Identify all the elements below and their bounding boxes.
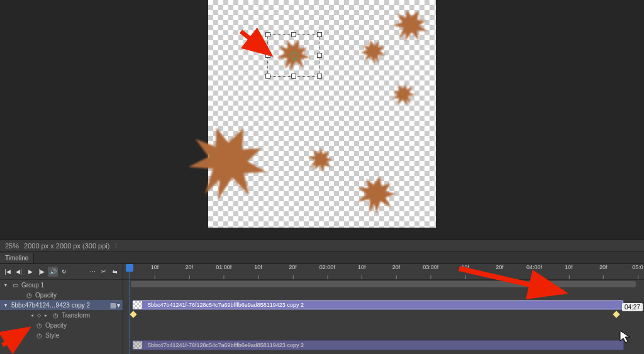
leaf-large bbox=[183, 119, 271, 207]
playback-controls: |◀ ◀| ▶ |▶ 🔊 ↻ ⋯ ✂ ⇆ bbox=[0, 264, 123, 280]
caret-down-icon[interactable]: ▾ bbox=[3, 282, 9, 288]
svg-line-0 bbox=[241, 31, 270, 54]
caret-down-icon[interactable]: ▾ bbox=[3, 302, 9, 308]
ruler-tick: 10f bbox=[565, 264, 573, 279]
layer-row-selected[interactable]: ▾ 5bbc47b4124…9423 copy 2 ▤ ▾ bbox=[0, 300, 123, 310]
ruler-tick: 01:00f bbox=[216, 264, 231, 279]
canvas-area[interactable] bbox=[0, 0, 644, 240]
ruler-tick: 10f bbox=[358, 264, 366, 279]
time-ruler[interactable]: 10f20f01:00f10f20f02:00f10f20f03:00f10f2… bbox=[123, 264, 644, 280]
keyframe-diamond-icon[interactable] bbox=[130, 311, 136, 318]
prev-frame-button[interactable]: ◀| bbox=[14, 267, 24, 277]
clip-label: 5bbc47b41241f-76f128c54c7a69bfffb6e9ad85… bbox=[148, 342, 304, 348]
group-row[interactable]: ▾ ▭ Group 1 bbox=[0, 280, 123, 290]
options-button[interactable]: ⋯ bbox=[87, 267, 97, 277]
ruler-tick: 20f bbox=[599, 264, 608, 279]
stopwatch-icon[interactable]: ◷ bbox=[52, 312, 59, 319]
tab-timeline[interactable]: Timeline bbox=[0, 253, 34, 263]
clip-track[interactable]: 5bbc47b41241f-76f128c54c7a69bfffb6e9ad85… bbox=[123, 299, 644, 309]
stopwatch-icon[interactable]: ◷ bbox=[35, 332, 43, 339]
zoom-level[interactable]: 25% bbox=[5, 240, 19, 252]
clip-thumbnail bbox=[133, 301, 142, 309]
timeline-layer-column: |◀ ◀| ▶ |▶ 🔊 ↻ ⋯ ✂ ⇆ ▾ ▭ Group 1 ◷ bbox=[0, 264, 123, 354]
next-frame-button[interactable]: |▶ bbox=[36, 267, 47, 277]
ruler-tick: 04:00f bbox=[526, 264, 542, 279]
play-button[interactable]: ▶ bbox=[25, 267, 35, 277]
keyframe-track[interactable] bbox=[123, 309, 644, 319]
artboard[interactable] bbox=[208, 0, 436, 228]
ruler-tick: 20f bbox=[289, 264, 297, 279]
leaf bbox=[354, 173, 398, 217]
playhead[interactable] bbox=[130, 264, 130, 354]
ruler-tick: 20f bbox=[186, 264, 194, 279]
group-opacity-row[interactable]: ◷ Opacity bbox=[0, 290, 123, 300]
clip-label: 5bbc47b41241f-76f128c54c7a69bfffb6e9ad85… bbox=[148, 302, 304, 308]
selection-bounding-box[interactable] bbox=[267, 34, 320, 77]
timeline-panel: Timeline |◀ ◀| ▶ |▶ 🔊 ↻ ⋯ ✂ ⇆ ▾ ▭ Group … bbox=[0, 252, 644, 354]
leaf bbox=[391, 82, 417, 108]
chevron-right-icon[interactable]: 〉 bbox=[114, 240, 120, 252]
keyframe-nav[interactable]: ◂◇▸ bbox=[29, 313, 49, 318]
first-frame-button[interactable]: |◀ bbox=[3, 267, 13, 277]
clip-track[interactable]: 5bbc47b41241f-76f128c54c7a69bfffb6e9ad85… bbox=[123, 340, 644, 350]
transform-row[interactable]: ◂◇▸ ◷ Transform bbox=[0, 310, 123, 320]
work-area-bar[interactable] bbox=[131, 281, 636, 287]
leaf bbox=[306, 146, 335, 175]
ruler-tick: 10f bbox=[254, 264, 262, 279]
layer-menu-icon[interactable]: ▤ bbox=[110, 302, 116, 309]
leaf-selected[interactable] bbox=[274, 36, 312, 74]
ruler-tick: 03:00f bbox=[423, 264, 438, 279]
ruler-tick: 10f bbox=[151, 264, 159, 279]
stopwatch-icon[interactable]: ◷ bbox=[25, 292, 33, 299]
loop-button[interactable]: ↻ bbox=[59, 267, 69, 277]
style-row[interactable]: ◷ Style bbox=[0, 330, 123, 340]
ruler-tick: 02:00f bbox=[319, 264, 335, 279]
keyframe-diamond-icon[interactable] bbox=[613, 311, 619, 318]
split-button[interactable]: ✂ bbox=[99, 267, 109, 277]
folder-icon: ▭ bbox=[11, 282, 19, 289]
stopwatch-icon[interactable]: ◷ bbox=[35, 322, 43, 329]
status-bar: 25% 2000 px x 2000 px (300 ppi) 〉 bbox=[0, 240, 644, 252]
ruler-tick: 20f bbox=[392, 264, 401, 279]
group-label: Group 1 bbox=[21, 282, 120, 289]
ruler-tick: 20f bbox=[496, 264, 504, 279]
timecode-tooltip: 04:27 bbox=[622, 303, 643, 311]
video-clip-selected[interactable]: 5bbc47b41241f-76f128c54c7a69bfffb6e9ad85… bbox=[132, 300, 624, 310]
ruler-tick: 10f bbox=[461, 264, 469, 279]
annotation-arrow-icon bbox=[238, 29, 282, 68]
video-clip[interactable]: 5bbc47b41241f-76f128c54c7a69bfffb6e9ad85… bbox=[132, 340, 624, 350]
chevron-down-icon[interactable]: ▾ bbox=[117, 302, 120, 309]
audio-toggle-button[interactable]: 🔊 bbox=[48, 267, 58, 277]
layer-label: 5bbc47b4124…9423 copy 2 bbox=[11, 302, 108, 309]
leaf bbox=[359, 38, 388, 67]
leaf bbox=[391, 6, 430, 45]
panel-tab-bar: Timeline bbox=[0, 252, 644, 264]
document-info: 2000 px x 2000 px (300 ppi) bbox=[24, 240, 109, 252]
ruler-tick: 05:0 bbox=[632, 264, 643, 279]
work-area-track[interactable] bbox=[123, 279, 644, 289]
playhead-handle-icon[interactable] bbox=[126, 264, 133, 272]
timeline-tracks-area[interactable]: 10f20f01:00f10f20f02:00f10f20f03:00f10f2… bbox=[123, 264, 644, 354]
opacity-row[interactable]: ◷ Opacity bbox=[0, 320, 123, 330]
transition-button[interactable]: ⇆ bbox=[110, 267, 120, 277]
clip-thumbnail bbox=[133, 341, 142, 349]
